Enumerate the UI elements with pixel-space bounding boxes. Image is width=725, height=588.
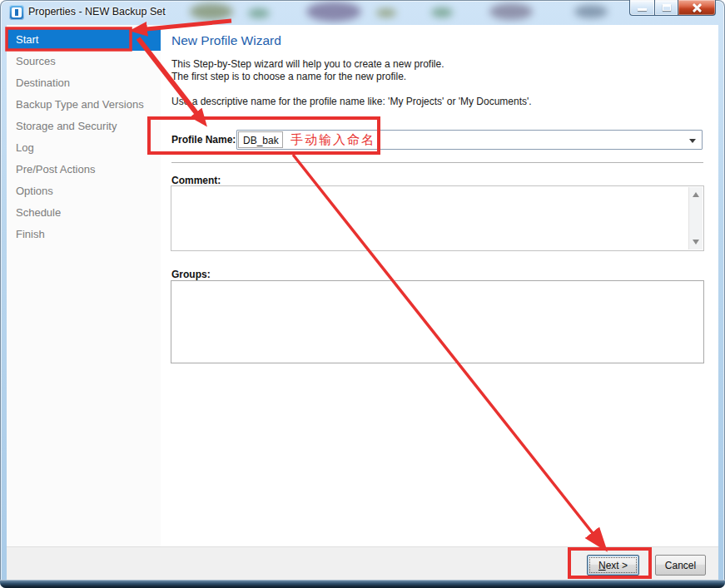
titlebar-glass-blob: [306, 2, 361, 22]
profile-name-label: Profile Name:: [171, 134, 236, 146]
wizard-page-start: New Profile Wizard This Step-by-Step wiz…: [161, 25, 718, 546]
sidebar-item-backup-type-and-versions[interactable]: Backup Type and Versions: [7, 94, 161, 116]
sidebar-item-options[interactable]: Options: [7, 180, 161, 202]
titlebar[interactable]: Properties - NEW Backup Set: [0, 0, 725, 25]
dialog-client-area: Start Sources Destination Backup Type an…: [7, 25, 718, 580]
maximize-icon: [663, 4, 671, 11]
chevron-down-icon[interactable]: [689, 139, 696, 143]
scroll-up-icon[interactable]: [693, 192, 699, 197]
close-button[interactable]: [678, 0, 716, 16]
profile-name-input[interactable]: DB_bak: [238, 131, 283, 148]
window-bottom-border: [0, 580, 725, 588]
maximize-button[interactable]: [654, 0, 678, 16]
wizard-sidebar: Start Sources Destination Backup Type an…: [7, 25, 161, 546]
sidebar-item-storage-and-security[interactable]: Storage and Security: [7, 116, 161, 137]
sidebar-item-destination[interactable]: Destination: [7, 72, 161, 94]
scroll-down-icon[interactable]: [693, 240, 699, 245]
app-icon: [9, 5, 24, 20]
titlebar-glass-blob: [248, 8, 270, 18]
groups-label: Groups:: [171, 269, 211, 280]
titlebar-glass-blob: [574, 5, 608, 18]
window-controls: [629, 0, 716, 16]
minimize-icon: [638, 8, 647, 11]
sidebar-item-sources[interactable]: Sources: [7, 51, 161, 72]
footer-bar: Next > Cancel: [7, 546, 718, 580]
titlebar-glass-blob: [376, 8, 396, 17]
close-icon: [693, 3, 702, 12]
intro-text: This Step-by-Step wizard will help you t…: [171, 58, 444, 83]
comment-value[interactable]: [173, 188, 688, 249]
cancel-button[interactable]: Cancel: [655, 555, 706, 576]
window-title: Properties - NEW Backup Set: [28, 0, 166, 25]
groups-box[interactable]: [171, 280, 704, 363]
titlebar-glass-blob: [190, 3, 233, 20]
sidebar-item-finish[interactable]: Finish: [7, 224, 161, 245]
hint-text: Use a descriptive name for the profile n…: [171, 96, 532, 107]
next-button[interactable]: Next >: [587, 555, 639, 576]
properties-dialog: Properties - NEW Backup Set Start Source…: [0, 0, 725, 588]
titlebar-glass-blob: [431, 7, 453, 17]
comment-scrollbar[interactable]: [688, 187, 703, 250]
comment-label: Comment:: [171, 175, 221, 186]
intro-line-2: The first step is to choose a name for t…: [171, 71, 444, 83]
sidebar-item-log[interactable]: Log: [7, 137, 161, 159]
comment-textarea[interactable]: [171, 185, 704, 251]
minimize-button[interactable]: [629, 0, 654, 16]
sidebar-item-schedule[interactable]: Schedule: [7, 202, 161, 224]
page-title: New Profile Wizard: [171, 33, 281, 48]
profile-name-combobox[interactable]: DB_bak: [236, 130, 703, 150]
separator-line: [171, 162, 703, 163]
sidebar-item-start[interactable]: Start: [7, 29, 161, 51]
titlebar-glass-blob: [489, 3, 533, 20]
sidebar-item-pre-post-actions[interactable]: Pre/Post Actions: [7, 159, 161, 180]
intro-line-1: This Step-by-Step wizard will help you t…: [171, 58, 444, 71]
